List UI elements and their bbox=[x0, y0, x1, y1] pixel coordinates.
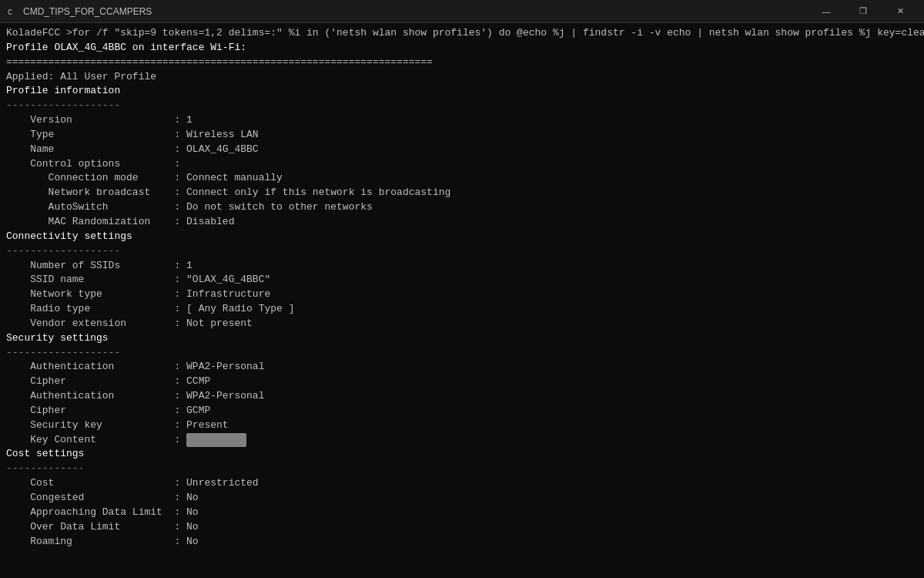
terminal-line: MAC Randomization : Disabled bbox=[6, 215, 918, 230]
title-bar-left: C CMD_TIPS_FOR_CCAMPERS bbox=[6, 5, 152, 18]
terminal-line: Connection mode : Connect manually bbox=[6, 171, 918, 186]
cmd-window: C CMD_TIPS_FOR_CCAMPERS — ❐ ✕ KoladeFCC … bbox=[0, 0, 924, 578]
terminal-line: Control options : bbox=[6, 157, 918, 172]
terminal-line: Type : Wireless LAN bbox=[6, 128, 918, 143]
terminal-line: ========================================… bbox=[6, 55, 918, 70]
terminal-line: Name : OLAX_4G_4BBC bbox=[6, 143, 918, 157]
terminal-line: Network broadcast : Connect only if this… bbox=[6, 186, 918, 200]
terminal-line: Version : 1 bbox=[6, 113, 918, 128]
terminal-line: Roaming : No bbox=[6, 535, 918, 549]
cmd-icon: C bbox=[6, 5, 18, 18]
terminal-content: KoladeFCC >for /f "skip=9 tokens=1,2 del… bbox=[0, 23, 924, 578]
terminal-line: Security settings bbox=[6, 331, 918, 346]
terminal-line: Cost settings bbox=[6, 447, 918, 462]
terminal-line: SSID name : "OLAX_4G_4BBC" bbox=[6, 273, 918, 287]
terminal-line: Security key : Present bbox=[6, 418, 918, 433]
terminal-line: Authentication : WPA2-Personal bbox=[6, 360, 918, 375]
window-title: CMD_TIPS_FOR_CCAMPERS bbox=[23, 6, 152, 17]
terminal-line: Cipher : GCMP bbox=[6, 404, 918, 418]
prompt-text: KoladeFCC >for /f "skip=9 tokens=1,2 del… bbox=[6, 27, 924, 39]
prompt-line: KoladeFCC >for /f "skip=9 tokens=1,2 del… bbox=[6, 26, 918, 41]
terminal-line: Authentication : WPA2-Personal bbox=[6, 389, 918, 404]
terminal-line: Over Data Limit : No bbox=[6, 520, 918, 535]
redacted-key-content bbox=[186, 433, 246, 448]
svg-text:C: C bbox=[8, 8, 12, 17]
title-bar-controls: — ❐ ✕ bbox=[808, 0, 918, 23]
terminal-line: Key Content : bbox=[6, 433, 918, 448]
terminal-line: ------------- bbox=[6, 462, 918, 476]
terminal-line: Congested : No bbox=[6, 491, 918, 506]
terminal-line: Profile information bbox=[6, 84, 918, 99]
terminal-line: Network type : Infrastructure bbox=[6, 287, 918, 302]
terminal-line: Cost : Unrestricted bbox=[6, 476, 918, 491]
terminal-line: Profile OLAX_4G_4BBC on interface Wi-Fi: bbox=[6, 41, 918, 55]
terminal-line: Connectivity settings bbox=[6, 230, 918, 244]
terminal-line: AutoSwitch : Do not switch to other netw… bbox=[6, 200, 918, 215]
title-bar: C CMD_TIPS_FOR_CCAMPERS — ❐ ✕ bbox=[0, 0, 924, 23]
terminal-line: ------------------- bbox=[6, 99, 918, 113]
maximize-button[interactable]: ❐ bbox=[845, 0, 881, 23]
terminal-line: Applied: All User Profile bbox=[6, 70, 918, 85]
terminal-line: Vendor extension : Not present bbox=[6, 317, 918, 331]
terminal-lines: Profile OLAX_4G_4BBC on interface Wi-Fi:… bbox=[6, 41, 918, 549]
terminal-line: Cipher : CCMP bbox=[6, 375, 918, 389]
terminal-line: Approaching Data Limit : No bbox=[6, 506, 918, 520]
terminal-line: ------------------- bbox=[6, 244, 918, 259]
minimize-button[interactable]: — bbox=[808, 0, 844, 23]
terminal-line: ------------------- bbox=[6, 346, 918, 361]
close-button[interactable]: ✕ bbox=[882, 0, 918, 23]
terminal-line: Radio type : [ Any Radio Type ] bbox=[6, 302, 918, 317]
terminal-line: Number of SSIDs : 1 bbox=[6, 259, 918, 274]
